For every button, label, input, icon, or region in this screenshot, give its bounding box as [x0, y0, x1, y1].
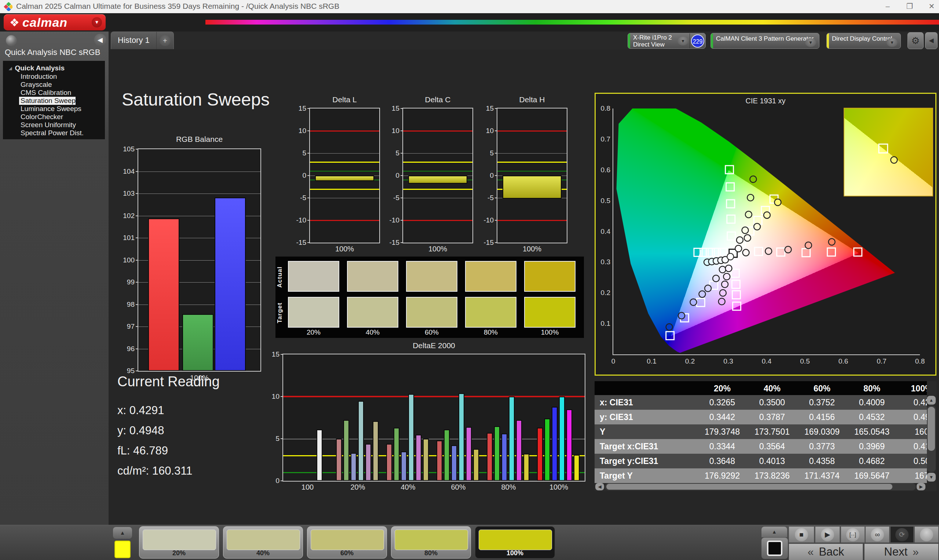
rgb-balance-title: RGB Balance — [137, 135, 261, 144]
sidebar-item-saturation-sweeps[interactable]: Saturation Sweeps — [19, 97, 76, 105]
app-icon — [4, 2, 12, 11]
sidebar-item-introduction[interactable]: Introduction — [3, 72, 105, 81]
gridline — [310, 153, 379, 154]
stop-button[interactable]: ■ — [789, 526, 814, 543]
add-tab-button[interactable]: + — [157, 32, 174, 49]
scroll-down-icon[interactable]: ▼ — [927, 473, 936, 482]
cie-1931-panel[interactable]: CIE 1931 xy 00.10.20.30.40.50.60.70.80.1… — [595, 93, 936, 375]
y-tick-label: 5 — [291, 149, 306, 157]
row-label: Target x:CIE31 — [595, 439, 697, 454]
table-row[interactable]: Target Y176.9292173.8236171.4374169.5647… — [595, 468, 927, 483]
current-pattern-swatch[interactable] — [114, 541, 131, 558]
deltae-bar — [393, 428, 399, 481]
cell-value: 0.4682 — [847, 454, 897, 468]
sidebar-item-colorchecker[interactable]: ColorChecker — [3, 113, 105, 121]
y-tick-mark — [495, 131, 497, 131]
sidebar-item-screen-uniformity[interactable]: Screen Uniformity — [3, 121, 105, 129]
measured-marker — [742, 227, 748, 234]
sidebar-item-grayscale[interactable]: Grayscale — [3, 81, 105, 89]
meter-dropdown[interactable]: X-Rite i1Pro 2Direct View ▼ 229 — [628, 33, 706, 49]
table-row[interactable]: Target y:CIE310.36480.40130.43580.46820.… — [595, 454, 927, 468]
chevron-down-icon[interactable]: ▼ — [887, 38, 897, 47]
pattern-button-80%[interactable]: 80% — [391, 526, 471, 558]
measured-marker — [726, 265, 732, 272]
expander-icon[interactable]: ◢ — [9, 66, 12, 71]
minimize-icon[interactable]: – — [877, 0, 898, 12]
v-scroll-thumb[interactable] — [928, 407, 935, 451]
sidebar-item-cms-calibration[interactable]: CMS Calibration — [3, 89, 105, 97]
y-tick-mark — [307, 220, 310, 221]
sidebar-item-luminance-sweeps[interactable]: Luminance Sweeps — [3, 105, 105, 113]
pattern-button-100%[interactable]: 100% — [475, 526, 555, 558]
toolbar-collapse-button[interactable]: ◀ — [925, 32, 937, 49]
next-button[interactable]: Next » — [864, 543, 939, 560]
sidebar-item-spectral-power-dist[interactable]: Spectral Power Dist. — [3, 129, 105, 137]
settings-button[interactable]: ⚙ — [907, 32, 924, 49]
play-button[interactable]: ▶ — [815, 526, 840, 543]
actual-target-swatches: ActualTarget20%40%60%80%100% — [276, 257, 584, 338]
pattern-window-button[interactable] — [762, 538, 788, 559]
tab-history-1[interactable]: History 1 — [111, 32, 157, 49]
delta-l-x-label: 100% — [309, 245, 380, 253]
delta-h-x-label: 100% — [496, 245, 567, 253]
back-button[interactable]: « Back — [789, 543, 863, 560]
delta-h-title: Delta H — [496, 95, 567, 104]
pattern-generator-dropdown[interactable]: CalMAN Client 3 Pattern Generator ▼ — [711, 33, 819, 49]
close-icon[interactable]: ✕ — [921, 0, 939, 12]
up-arrow-icon: ▲ — [772, 529, 777, 535]
limit-line-red — [497, 131, 567, 132]
y-tick-label: -5 — [479, 194, 494, 202]
y-tick-label: 0.6 — [594, 166, 611, 174]
deltae-chart: 151050 — [282, 354, 585, 482]
h-scroll-thumb[interactable] — [606, 484, 893, 490]
y-tick-mark — [495, 153, 497, 154]
chevron-down-icon[interactable]: ▼ — [677, 37, 688, 45]
title-bar: Calman 2025 Calman Ultimate for Business… — [0, 0, 939, 13]
continuous-button[interactable]: ∞ — [865, 526, 890, 543]
limit-line-red — [497, 220, 567, 221]
table-row[interactable]: Target x:CIE310.33440.35640.37730.39690.… — [595, 439, 927, 454]
y-tick-label: 15 — [385, 105, 399, 112]
y-tick-label: -10 — [479, 216, 494, 224]
table-row[interactable]: x: CIE310.32650.35000.37520.40090.42 — [595, 395, 927, 410]
chevron-down-icon[interactable]: ▼ — [805, 38, 816, 47]
row-label: Target Y — [595, 468, 697, 483]
cell-value: 0.49 — [897, 410, 927, 425]
y-tick-label: 15 — [265, 350, 279, 358]
cell-value: 0.4013 — [747, 454, 797, 468]
step-button[interactable]: [··] — [841, 526, 865, 543]
refresh-button[interactable]: ⟳ — [890, 526, 914, 543]
transport-up-button[interactable]: ▲ — [762, 527, 787, 537]
measured-marker — [737, 237, 743, 243]
calman-menu-button[interactable]: ❖ calman ▼ — [4, 14, 106, 31]
sidebar-orb-button[interactable] — [6, 35, 17, 46]
meter-label: X-Rite i1Pro 2Direct View — [633, 34, 672, 48]
cell-value: 179.3748 — [697, 425, 747, 439]
pattern-up-button[interactable]: ▲ — [113, 527, 132, 539]
pattern-button-40%[interactable]: 40% — [223, 526, 303, 558]
measured-marker — [713, 275, 719, 282]
table-row[interactable]: y: CIE310.34420.37870.41560.45320.49 — [595, 410, 927, 425]
tree-root-quick-analysis[interactable]: ◢Quick Analysis — [3, 64, 105, 72]
swatch-column-label: 80% — [465, 328, 517, 337]
target-swatch-20% — [288, 297, 339, 328]
y-tick-mark — [136, 149, 138, 149]
scroll-up-icon[interactable]: ▲ — [927, 396, 936, 405]
extra-button[interactable] — [914, 526, 939, 543]
y-tick-label: 15 — [479, 105, 494, 112]
measured-marker — [750, 176, 756, 183]
scroll-left-icon[interactable]: ◀ — [595, 483, 604, 490]
deltae-bar — [574, 455, 580, 481]
scroll-right-icon[interactable]: ▶ — [917, 483, 925, 490]
target-marker — [726, 183, 734, 191]
cell-value: 0.4532 — [847, 410, 897, 425]
table-row[interactable]: Y179.3748173.7501169.0309165.0543160 — [595, 425, 927, 439]
pattern-button-20%[interactable]: 20% — [139, 526, 219, 558]
restore-icon[interactable]: ❐ — [899, 0, 920, 12]
pattern-button-60%[interactable]: 60% — [307, 526, 387, 558]
deltae-bar — [494, 426, 500, 481]
display-control-dropdown[interactable]: Direct Display Control ▼ — [826, 33, 901, 49]
chevron-down-icon[interactable]: ▼ — [92, 17, 102, 28]
actual-swatch-100% — [524, 261, 575, 292]
sidebar-collapse-icon[interactable]: ◀ — [94, 34, 106, 46]
